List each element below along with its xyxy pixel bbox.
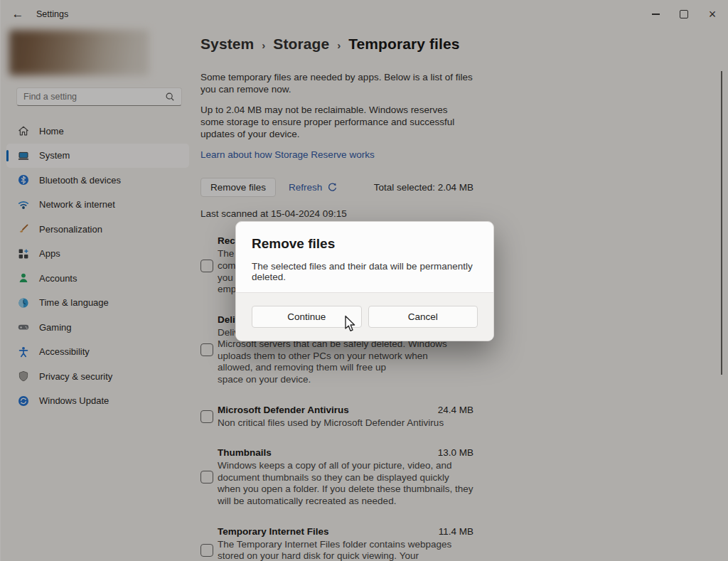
cancel-button[interactable]: Cancel — [368, 306, 478, 328]
dialog-message: The selected files and their data will b… — [252, 261, 478, 282]
continue-button[interactable]: Continue — [252, 306, 362, 328]
dialog-body: Remove files The selected files and thei… — [236, 222, 493, 282]
dialog-footer: Continue Cancel — [236, 292, 493, 341]
remove-files-dialog: Remove files The selected files and thei… — [235, 221, 494, 341]
dialog-title: Remove files — [252, 236, 478, 252]
